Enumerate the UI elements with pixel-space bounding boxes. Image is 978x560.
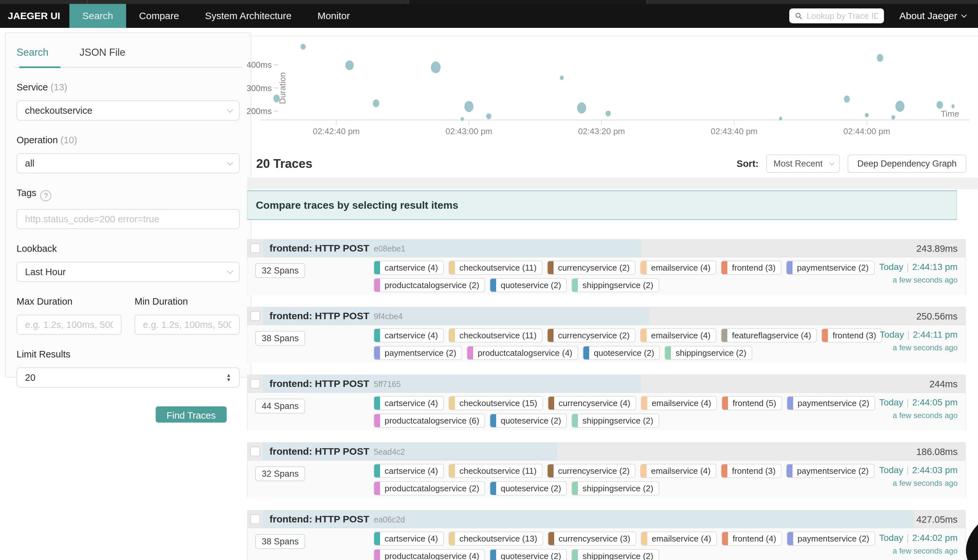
sort-select[interactable]: Most Recent: [766, 155, 840, 173]
trace-time[interactable]: 2:44:05 pm: [912, 397, 958, 407]
tags-input[interactable]: [25, 214, 231, 225]
trace-relative-time: a few seconds ago: [879, 275, 958, 285]
service-tag: checkoutservice (11): [449, 464, 542, 478]
limit-results-label: Limit Results: [17, 349, 240, 360]
trace-dot[interactable]: [431, 62, 441, 73]
trace-dot[interactable]: [877, 54, 883, 62]
trace-dot[interactable]: [300, 44, 306, 50]
service-color-strip: [665, 347, 671, 359]
service-color-strip: [572, 550, 578, 560]
service-color-strip: [572, 279, 578, 292]
nav-item-search[interactable]: Search: [69, 4, 126, 28]
mouse-cursor: [963, 524, 978, 560]
service-color-strip: [548, 261, 554, 274]
help-icon[interactable]: ?: [40, 190, 51, 201]
chrome-segment: [408, 0, 647, 4]
trace-dot[interactable]: [895, 101, 905, 112]
trace-title[interactable]: frontend: HTTP POSTea06c2d: [269, 514, 405, 525]
trace-dot[interactable]: [779, 117, 782, 120]
trace-title[interactable]: frontend: HTTP POST5ff7165: [269, 378, 401, 389]
trace-checkbox[interactable]: [250, 514, 260, 524]
find-traces-button[interactable]: Find Traces: [156, 407, 227, 423]
service-tag: quoteservice (2): [490, 481, 567, 495]
trace-card[interactable]: frontend: HTTP POST5ff7165 244ms 44 Span…: [247, 375, 966, 430]
max-duration-label: Max Duration: [17, 296, 122, 307]
trace-dot[interactable]: [486, 113, 491, 119]
compare-banner: Compare traces by selecting result items: [247, 190, 957, 220]
trace-checkbox[interactable]: [250, 243, 260, 253]
max-duration-input[interactable]: [25, 320, 113, 330]
trace-checkbox[interactable]: [250, 447, 260, 456]
trace-checkbox[interactable]: [250, 379, 260, 388]
service-tag-label: checkoutservice (11): [455, 263, 542, 273]
trace-dot[interactable]: [844, 96, 850, 103]
trace-time[interactable]: 2:44:11 pm: [913, 330, 958, 340]
service-color-strip: [641, 464, 647, 477]
trace-day[interactable]: Today: [880, 330, 904, 340]
trace-time[interactable]: 2:44:02 pm: [912, 533, 958, 543]
service-tags: cartservice (4)checkoutservice (11)curre…: [374, 464, 875, 495]
trace-time[interactable]: 2:44:13 pm: [912, 262, 958, 272]
span-count-pill: 38 Spans: [255, 534, 305, 549]
trace-dot[interactable]: [461, 117, 464, 121]
tags-input-wrap: [17, 209, 240, 229]
trace-title[interactable]: frontend: HTTP POSTe08ebe1: [269, 243, 406, 254]
service-color-strip: [722, 532, 728, 545]
trace-card[interactable]: frontend: HTTP POST9f4cbe4 250.56ms 38 S…: [247, 307, 966, 363]
trace-day[interactable]: Today: [879, 262, 903, 272]
min-duration-input[interactable]: [143, 320, 231, 330]
service-color-strip: [641, 532, 647, 545]
trace-card-body: 32 Spans cartservice (4)checkoutservice …: [247, 257, 965, 295]
trace-dot[interactable]: [464, 101, 474, 112]
trace-dot[interactable]: [560, 75, 564, 80]
operation-select[interactable]: all: [17, 153, 240, 173]
trace-dot[interactable]: [577, 102, 586, 113]
trace-dot[interactable]: [865, 113, 869, 117]
trace-dot[interactable]: [936, 101, 943, 109]
trace-title[interactable]: frontend: HTTP POST5ead4c2: [269, 446, 405, 457]
service-tag-label: quoteservice (2): [496, 416, 566, 426]
service-tag-label: productcatalogservice (2): [380, 280, 484, 290]
service-tag-label: paymentservice (2): [793, 466, 874, 476]
trace-dot[interactable]: [345, 60, 354, 70]
trace-lookup-input[interactable]: [807, 11, 878, 21]
service-select[interactable]: checkoutservice: [17, 100, 240, 120]
trace-checkbox[interactable]: [250, 311, 260, 321]
deep-dependency-graph-button[interactable]: Deep Dependency Graph: [848, 155, 966, 173]
nav-item-compare[interactable]: Compare: [126, 4, 192, 28]
trace-dot[interactable]: [606, 110, 611, 116]
service-color-strip: [787, 261, 793, 274]
scatter-plot-canvas[interactable]: 02:42:40 pm02:43:00 pm02:43:20 pm02:43:4…: [247, 36, 978, 145]
trace-card[interactable]: frontend: HTTP POSTe08ebe1 243.89ms 32 S…: [247, 239, 966, 295]
number-stepper[interactable]: ▲▼: [226, 373, 231, 382]
trace-time[interactable]: 2:44:03 pm: [912, 465, 958, 475]
service-color-strip: [721, 329, 727, 342]
service-tag-label: emailservice (4): [647, 398, 717, 408]
service-tag: currencyservice (3): [548, 532, 636, 546]
tab-json-file[interactable]: JSON File: [79, 47, 125, 67]
limit-results-input[interactable]: 20 ▲▼: [17, 368, 240, 388]
trace-dot[interactable]: [951, 104, 955, 108]
lookback-select[interactable]: Last Hour: [17, 262, 240, 282]
service-tag-label: shippingservice (2): [578, 551, 658, 560]
service-tag-label: quoteservice (2): [589, 348, 659, 358]
trace-count-title: 20 Traces: [256, 157, 312, 171]
trace-card[interactable]: frontend: HTTP POSTea06c2d 427.05ms 38 S…: [247, 510, 966, 560]
trace-day[interactable]: Today: [879, 465, 903, 475]
brand-logo[interactable]: JAEGER UI: [0, 4, 69, 28]
trace-day[interactable]: Today: [879, 533, 903, 543]
trace-title[interactable]: frontend: HTTP POST9f4cbe4: [269, 310, 403, 322]
trace-day[interactable]: Today: [879, 397, 903, 407]
nav-item-monitor[interactable]: Monitor: [304, 4, 363, 28]
svg-text:02:43:20 pm: 02:43:20 pm: [578, 127, 625, 136]
trace-dot[interactable]: [373, 100, 379, 107]
trace-card[interactable]: frontend: HTTP POST5ead4c2 186.08ms 32 S…: [247, 442, 966, 498]
service-color-strip: [787, 464, 793, 477]
service-color-strip: [374, 261, 380, 274]
about-jaeger-menu[interactable]: About Jaeger: [900, 10, 965, 22]
tab-search[interactable]: Search: [17, 47, 48, 67]
service-color-strip: [572, 482, 578, 495]
trace-dot[interactable]: [274, 95, 280, 102]
nav-item-system-architecture[interactable]: System Architecture: [192, 4, 304, 28]
trace-dot[interactable]: [891, 115, 895, 120]
